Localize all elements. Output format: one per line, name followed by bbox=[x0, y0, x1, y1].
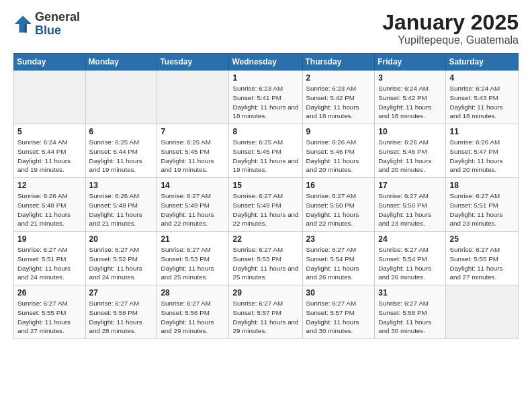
day-info: Sunrise: 6:27 AM Sunset: 5:52 PM Dayligh… bbox=[89, 245, 154, 282]
calendar-cell: 15Sunrise: 6:27 AM Sunset: 5:49 PM Dayli… bbox=[229, 178, 302, 232]
day-number: 15 bbox=[232, 181, 298, 190]
calendar-cell: 23Sunrise: 6:27 AM Sunset: 5:54 PM Dayli… bbox=[302, 232, 375, 285]
day-info: Sunrise: 6:27 AM Sunset: 5:55 PM Dayligh… bbox=[449, 245, 515, 282]
calendar-cell: 30Sunrise: 6:27 AM Sunset: 5:57 PM Dayli… bbox=[302, 285, 375, 339]
day-number: 11 bbox=[449, 127, 515, 136]
day-number: 1 bbox=[232, 73, 298, 83]
calendar-week-4: 19Sunrise: 6:27 AM Sunset: 5:51 PM Dayli… bbox=[14, 232, 519, 285]
day-number: 12 bbox=[17, 181, 82, 190]
location: Yupiltepeque, Guatemala bbox=[382, 34, 519, 46]
day-number: 25 bbox=[449, 234, 515, 244]
day-info: Sunrise: 6:23 AM Sunset: 5:42 PM Dayligh… bbox=[306, 84, 371, 121]
day-number: 29 bbox=[232, 288, 298, 298]
day-info: Sunrise: 6:27 AM Sunset: 5:50 PM Dayligh… bbox=[378, 191, 442, 228]
day-info: Sunrise: 6:27 AM Sunset: 5:54 PM Dayligh… bbox=[378, 245, 442, 282]
day-info: Sunrise: 6:26 AM Sunset: 5:46 PM Dayligh… bbox=[306, 138, 371, 175]
day-number: 27 bbox=[89, 288, 154, 298]
logo-general-text: General bbox=[35, 11, 80, 24]
calendar-cell: 20Sunrise: 6:27 AM Sunset: 5:52 PM Dayli… bbox=[85, 232, 157, 285]
day-info: Sunrise: 6:26 AM Sunset: 5:47 PM Dayligh… bbox=[449, 138, 515, 175]
day-info: Sunrise: 6:27 AM Sunset: 5:58 PM Dayligh… bbox=[378, 299, 442, 336]
calendar-cell: 10Sunrise: 6:26 AM Sunset: 5:46 PM Dayli… bbox=[375, 124, 446, 178]
calendar-cell: 14Sunrise: 6:27 AM Sunset: 5:49 PM Dayli… bbox=[157, 178, 229, 232]
day-number: 8 bbox=[232, 127, 298, 136]
day-number: 31 bbox=[378, 288, 442, 298]
day-info: Sunrise: 6:23 AM Sunset: 5:41 PM Dayligh… bbox=[232, 84, 298, 121]
day-info: Sunrise: 6:27 AM Sunset: 5:51 PM Dayligh… bbox=[449, 191, 515, 228]
weekday-tuesday: Tuesday bbox=[157, 54, 229, 71]
calendar-cell: 9Sunrise: 6:26 AM Sunset: 5:46 PM Daylig… bbox=[302, 124, 375, 178]
calendar-cell: 5Sunrise: 6:24 AM Sunset: 5:44 PM Daylig… bbox=[14, 124, 86, 178]
calendar-cell: 4Sunrise: 6:24 AM Sunset: 5:43 PM Daylig… bbox=[446, 71, 519, 124]
day-number: 17 bbox=[378, 181, 442, 190]
day-number: 22 bbox=[232, 234, 298, 244]
weekday-sunday: Sunday bbox=[14, 54, 86, 71]
day-number: 16 bbox=[306, 181, 371, 190]
logo-text: General Blue bbox=[35, 11, 80, 38]
day-info: Sunrise: 6:27 AM Sunset: 5:56 PM Dayligh… bbox=[161, 299, 225, 336]
day-number: 9 bbox=[306, 127, 371, 136]
day-number: 4 bbox=[449, 73, 515, 83]
month-title: January 2025 bbox=[382, 11, 519, 34]
day-info: Sunrise: 6:27 AM Sunset: 5:49 PM Dayligh… bbox=[161, 191, 225, 228]
title-block: January 2025 Yupiltepeque, Guatemala bbox=[382, 11, 519, 46]
calendar-cell: 2Sunrise: 6:23 AM Sunset: 5:42 PM Daylig… bbox=[302, 71, 375, 124]
day-number: 30 bbox=[306, 288, 371, 298]
day-number: 14 bbox=[161, 181, 225, 190]
calendar-cell: 6Sunrise: 6:25 AM Sunset: 5:44 PM Daylig… bbox=[85, 124, 157, 178]
calendar-cell: 21Sunrise: 6:27 AM Sunset: 5:53 PM Dayli… bbox=[157, 232, 229, 285]
calendar-body: 1Sunrise: 6:23 AM Sunset: 5:41 PM Daylig… bbox=[14, 71, 519, 339]
calendar-cell bbox=[85, 71, 157, 124]
calendar-cell: 8Sunrise: 6:25 AM Sunset: 5:45 PM Daylig… bbox=[229, 124, 302, 178]
day-number: 21 bbox=[161, 234, 225, 244]
calendar: SundayMondayTuesdayWednesdayThursdayFrid… bbox=[13, 53, 519, 339]
logo-blue-text: Blue bbox=[35, 24, 80, 38]
day-number: 23 bbox=[306, 234, 371, 244]
weekday-friday: Friday bbox=[375, 54, 446, 71]
day-number: 26 bbox=[17, 288, 82, 298]
day-info: Sunrise: 6:27 AM Sunset: 5:56 PM Dayligh… bbox=[89, 299, 154, 336]
day-number: 2 bbox=[306, 73, 371, 83]
weekday-wednesday: Wednesday bbox=[229, 54, 302, 71]
calendar-cell: 3Sunrise: 6:24 AM Sunset: 5:42 PM Daylig… bbox=[375, 71, 446, 124]
calendar-cell bbox=[14, 71, 86, 124]
day-number: 13 bbox=[89, 181, 154, 190]
calendar-cell: 7Sunrise: 6:25 AM Sunset: 5:45 PM Daylig… bbox=[157, 124, 229, 178]
calendar-cell: 18Sunrise: 6:27 AM Sunset: 5:51 PM Dayli… bbox=[446, 178, 519, 232]
day-info: Sunrise: 6:25 AM Sunset: 5:44 PM Dayligh… bbox=[89, 138, 154, 175]
calendar-header: SundayMondayTuesdayWednesdayThursdayFrid… bbox=[14, 54, 519, 71]
day-info: Sunrise: 6:24 AM Sunset: 5:43 PM Dayligh… bbox=[449, 84, 515, 121]
logo: General Blue bbox=[13, 11, 80, 38]
day-number: 18 bbox=[449, 181, 515, 190]
day-info: Sunrise: 6:26 AM Sunset: 5:46 PM Dayligh… bbox=[378, 138, 442, 175]
header: General Blue January 2025 Yupiltepeque, … bbox=[13, 11, 519, 46]
day-info: Sunrise: 6:24 AM Sunset: 5:44 PM Dayligh… bbox=[17, 138, 82, 175]
day-info: Sunrise: 6:27 AM Sunset: 5:54 PM Dayligh… bbox=[306, 245, 371, 282]
page: General Blue January 2025 Yupiltepeque, … bbox=[0, 0, 532, 411]
day-info: Sunrise: 6:25 AM Sunset: 5:45 PM Dayligh… bbox=[161, 138, 225, 175]
calendar-cell: 31Sunrise: 6:27 AM Sunset: 5:58 PM Dayli… bbox=[375, 285, 446, 339]
day-info: Sunrise: 6:27 AM Sunset: 5:53 PM Dayligh… bbox=[161, 245, 225, 282]
calendar-cell: 29Sunrise: 6:27 AM Sunset: 5:57 PM Dayli… bbox=[229, 285, 302, 339]
calendar-cell bbox=[157, 71, 229, 124]
calendar-cell: 17Sunrise: 6:27 AM Sunset: 5:50 PM Dayli… bbox=[375, 178, 446, 232]
day-info: Sunrise: 6:24 AM Sunset: 5:42 PM Dayligh… bbox=[378, 84, 442, 121]
svg-marker-0 bbox=[14, 15, 31, 32]
day-info: Sunrise: 6:27 AM Sunset: 5:51 PM Dayligh… bbox=[17, 245, 82, 282]
calendar-cell: 12Sunrise: 6:26 AM Sunset: 5:48 PM Dayli… bbox=[14, 178, 86, 232]
day-info: Sunrise: 6:26 AM Sunset: 5:48 PM Dayligh… bbox=[89, 191, 154, 228]
logo-icon bbox=[13, 15, 32, 34]
calendar-cell: 22Sunrise: 6:27 AM Sunset: 5:53 PM Dayli… bbox=[229, 232, 302, 285]
day-number: 3 bbox=[378, 73, 442, 83]
calendar-cell bbox=[446, 285, 519, 339]
calendar-cell: 24Sunrise: 6:27 AM Sunset: 5:54 PM Dayli… bbox=[375, 232, 446, 285]
day-info: Sunrise: 6:27 AM Sunset: 5:49 PM Dayligh… bbox=[232, 191, 298, 228]
day-info: Sunrise: 6:27 AM Sunset: 5:57 PM Dayligh… bbox=[232, 299, 298, 336]
calendar-cell: 28Sunrise: 6:27 AM Sunset: 5:56 PM Dayli… bbox=[157, 285, 229, 339]
day-info: Sunrise: 6:27 AM Sunset: 5:57 PM Dayligh… bbox=[306, 299, 371, 336]
day-number: 7 bbox=[161, 127, 225, 136]
day-info: Sunrise: 6:25 AM Sunset: 5:45 PM Dayligh… bbox=[232, 138, 298, 175]
calendar-cell: 25Sunrise: 6:27 AM Sunset: 5:55 PM Dayli… bbox=[446, 232, 519, 285]
day-number: 19 bbox=[17, 234, 82, 244]
day-number: 28 bbox=[161, 288, 225, 298]
